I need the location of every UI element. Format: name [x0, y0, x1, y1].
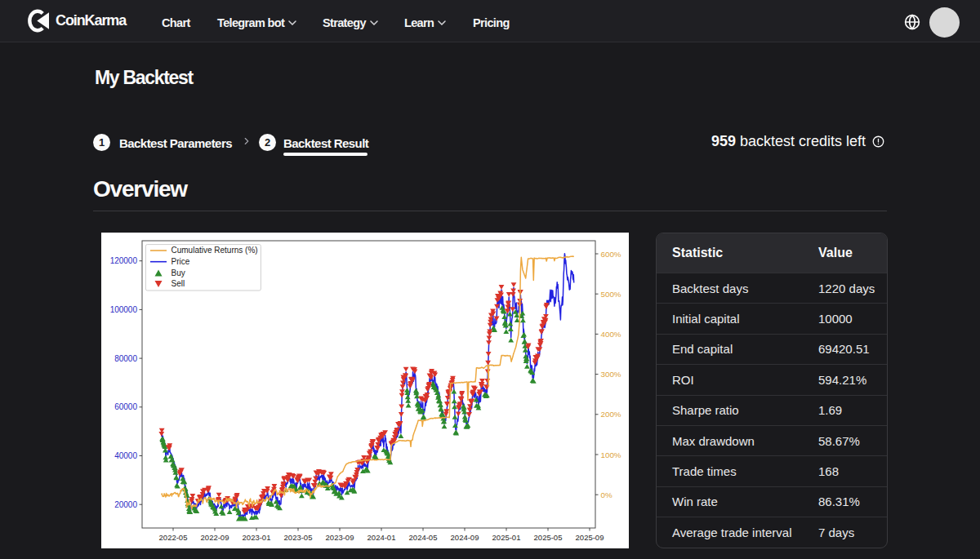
svg-text:200%: 200%: [601, 410, 621, 419]
svg-text:600%: 600%: [601, 250, 621, 259]
svg-text:300%: 300%: [601, 370, 621, 379]
svg-text:2024-05: 2024-05: [409, 533, 438, 542]
svg-text:2024-01: 2024-01: [368, 533, 396, 542]
svg-text:80000: 80000: [114, 354, 137, 363]
svg-text:2025-05: 2025-05: [534, 533, 563, 542]
svg-text:Buy: Buy: [172, 268, 185, 277]
svg-text:2025-09: 2025-09: [576, 533, 604, 542]
svg-text:20000: 20000: [114, 500, 137, 509]
svg-text:500%: 500%: [601, 290, 621, 299]
svg-text:2023-01: 2023-01: [243, 533, 271, 542]
svg-text:100%: 100%: [601, 450, 621, 459]
svg-text:100000: 100000: [110, 305, 138, 314]
svg-text:2023-09: 2023-09: [326, 533, 354, 542]
svg-text:2022-05: 2022-05: [159, 533, 188, 542]
svg-text:Cumulative Returns (%): Cumulative Returns (%): [172, 246, 258, 255]
svg-text:2022-09: 2022-09: [201, 533, 229, 542]
svg-text:400%: 400%: [601, 330, 621, 339]
svg-text:2025-01: 2025-01: [492, 533, 521, 542]
svg-text:2023-05: 2023-05: [284, 533, 313, 542]
svg-text:2024-09: 2024-09: [451, 533, 479, 542]
svg-text:0%: 0%: [601, 490, 612, 499]
svg-text:60000: 60000: [114, 402, 137, 411]
svg-text:120000: 120000: [110, 256, 138, 265]
svg-text:Price: Price: [172, 257, 190, 266]
svg-text:40000: 40000: [114, 451, 137, 460]
svg-text:Sell: Sell: [172, 279, 185, 288]
